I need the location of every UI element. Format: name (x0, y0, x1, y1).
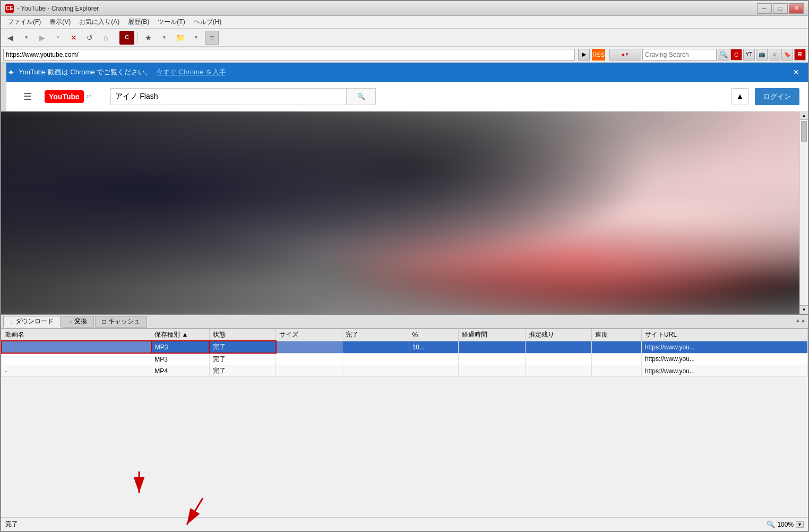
download-table-container: 動画名 保存種別 ▲ 状態 サイズ 完了 % 経過時間 推定残り 速度 サイトU… (1, 329, 808, 377)
cell-url: https://www.you... (641, 341, 807, 353)
col-url[interactable]: サイトURL (641, 329, 807, 341)
logo-tube: Tube (62, 92, 79, 101)
window-title: - YouTube - Craving Explorer (17, 5, 99, 12)
titlebar-left: CE - YouTube - Craving Explorer (5, 4, 99, 13)
craving-search-input[interactable] (642, 49, 717, 61)
youtube-search-box: 🔍 (110, 88, 376, 105)
craving-button[interactable]: C (119, 31, 134, 45)
craving-search-extra1[interactable]: C (730, 49, 742, 61)
home-button[interactable]: ⌂ (99, 31, 113, 45)
folder-button[interactable]: 📁 (173, 31, 187, 45)
cell-elapsed (459, 353, 525, 365)
craving-search-extra2[interactable]: YT (743, 49, 755, 61)
address-go-button[interactable]: ▶ (578, 49, 590, 61)
col-speed[interactable]: 速度 (591, 329, 641, 341)
search-engine-dropdown[interactable]: ●▼ (609, 49, 641, 61)
cell-speed (591, 341, 641, 353)
table-row[interactable]: - MP4 完了 https://www.you... (2, 365, 808, 377)
address-input[interactable] (3, 49, 575, 61)
favorites-dropdown[interactable]: ▼ (157, 31, 171, 45)
menu-favorites[interactable]: お気に入り(A) (75, 16, 124, 28)
craving-search-extra5[interactable]: 🔖 (781, 49, 793, 61)
craving-search-extra3[interactable]: 📺 (756, 49, 768, 61)
scrollbar-down-arrow[interactable]: ▼ (800, 305, 808, 314)
panel-collapse-button[interactable]: ▲▲ (795, 318, 806, 326)
blurred-background (1, 111, 808, 314)
table-row[interactable]: MP3 完了 https://www.you... (2, 353, 808, 365)
youtube-header: ☰ YouTube JP 🔍 ▲ ログイン (1, 82, 808, 111)
col-remaining[interactable]: 推定残り (525, 329, 591, 341)
favorites-button[interactable]: ★ (141, 31, 155, 45)
scrollbar-thumb[interactable] (801, 121, 807, 142)
cell-format: MP3 (151, 353, 210, 365)
col-status[interactable]: 状態 (209, 329, 276, 341)
notification-bar: ✦ YouTube 動画は Chrome でご覧ください。 今すぐ Chrome… (1, 63, 808, 82)
notification-link[interactable]: 今すぐ Chrome を入手 (156, 67, 226, 77)
back-dropdown[interactable]: ▼ (19, 31, 33, 45)
tab-convert[interactable]: ○ 変換 (62, 316, 94, 328)
download-tab-icon: ↓ (10, 318, 13, 325)
convert-tab-label: 変換 (74, 317, 87, 326)
youtube-menu-icon[interactable]: ☰ (23, 91, 32, 102)
folder-dropdown[interactable]: ▼ (189, 31, 203, 45)
cell-percent (409, 353, 459, 365)
minimize-button[interactable]: ─ (757, 3, 772, 14)
youtube-signin-button[interactable]: ログイン (755, 88, 799, 105)
logo-you: You (49, 92, 62, 101)
maximize-button[interactable]: □ (773, 3, 788, 14)
col-size[interactable]: サイズ (276, 329, 342, 341)
youtube-logo-jp: JP (86, 94, 92, 99)
zoom-dropdown[interactable]: ▼ (796, 521, 804, 528)
tab-cache[interactable]: □ キャッシュ (95, 316, 147, 328)
cell-size (276, 365, 342, 377)
youtube-logo[interactable]: YouTube JP (45, 90, 91, 103)
forward-button[interactable]: ▶ (35, 31, 49, 45)
craving-search-extra4[interactable]: ☆ (769, 49, 780, 61)
col-complete[interactable]: 完了 (342, 329, 409, 341)
cell-name: - (2, 365, 151, 377)
cell-speed (591, 365, 641, 377)
close-button[interactable]: ✕ (789, 3, 804, 14)
craving-search-magnify-icon[interactable]: 🔍 (718, 49, 729, 61)
cell-elapsed (459, 341, 525, 353)
tools-button[interactable]: ≡ (205, 31, 219, 45)
scrollbar-up-arrow[interactable]: ▲ (800, 111, 808, 120)
cell-complete (342, 341, 409, 353)
menu-history[interactable]: 履歴(B) (124, 16, 153, 28)
toolbar-separator-2 (137, 32, 138, 44)
youtube-search-button[interactable]: 🔍 (346, 88, 376, 105)
cell-remaining (525, 341, 591, 353)
col-name[interactable]: 動画名 (2, 329, 151, 341)
main-video-area (1, 111, 808, 314)
back-button[interactable]: ◀ (3, 31, 17, 45)
zoom-level: 100% (777, 521, 794, 528)
menu-view[interactable]: 表示(V) (45, 16, 75, 28)
cell-status: 完了 (209, 341, 276, 353)
rss-button[interactable]: RSS (592, 49, 605, 61)
refresh-button[interactable]: ↺ (83, 31, 97, 45)
notification-close-button[interactable]: ✕ (791, 67, 802, 78)
col-elapsed[interactable]: 経過時間 (459, 329, 525, 341)
cell-size (276, 353, 342, 365)
tab-download[interactable]: ↓ ダウンロード (3, 316, 61, 328)
table-row[interactable]: MP3 完了 10... https://www.you... (2, 341, 808, 353)
cell-complete (342, 353, 409, 365)
cell-format: MP4 (151, 365, 210, 377)
col-percent[interactable]: % (409, 329, 459, 341)
col-format[interactable]: 保存種別 ▲ (151, 329, 210, 341)
youtube-search-input[interactable] (110, 88, 346, 105)
forward-dropdown[interactable]: ▼ (51, 31, 65, 45)
addressbar: ▶ RSS ●▼ 🔍 C YT 📺 ☆ 🔖 R (1, 47, 808, 63)
menu-tools[interactable]: ツール(T) (153, 16, 189, 28)
menu-file[interactable]: ファイル(F) (3, 16, 45, 28)
cell-remaining (525, 353, 591, 365)
stop-button[interactable]: ✕ (67, 31, 81, 45)
youtube-logo-icon: YouTube (45, 90, 84, 103)
panel-tabs: ↓ ダウンロード ○ 変換 □ キャッシュ ▲▲ (1, 315, 808, 329)
page-scrollbar[interactable]: ▲ ▼ (799, 111, 808, 314)
statusbar-right: 🔍 100% ▼ (767, 520, 804, 528)
craving-search-extra6[interactable]: R (794, 49, 806, 61)
menu-help[interactable]: ヘルプ(H) (190, 16, 226, 28)
youtube-upload-button[interactable]: ▲ (731, 88, 748, 105)
statusbar: 完了 🔍 100% ▼ (1, 517, 808, 531)
